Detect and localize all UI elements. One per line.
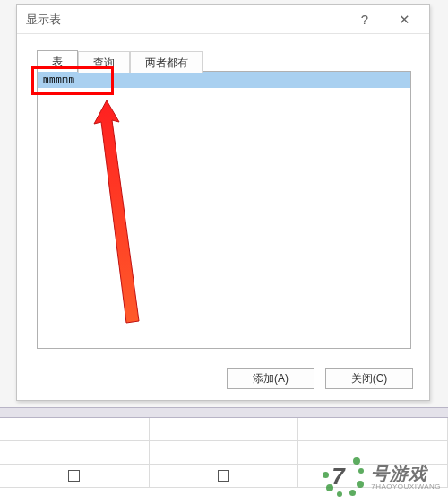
dialog-title: 显示表 xyxy=(26,12,345,28)
grid-area xyxy=(0,418,448,504)
grid-row xyxy=(0,441,448,465)
tab-both[interactable]: 两者都有 xyxy=(130,51,203,73)
grid-cell xyxy=(298,465,448,487)
show-table-dialog: 显示表 ? ✕ 表 查询 两者都有 mmmmm 添加(A) 关闭(C) xyxy=(16,4,430,401)
help-button[interactable]: ? xyxy=(345,6,384,33)
grid-row xyxy=(0,418,448,441)
add-button[interactable]: 添加(A) xyxy=(227,368,314,389)
titlebar: 显示表 ? ✕ xyxy=(17,5,429,34)
grid-cell xyxy=(0,418,150,440)
grid-cell xyxy=(0,465,150,487)
bg-strip xyxy=(0,407,448,418)
tab-tables[interactable]: 表 xyxy=(37,50,78,72)
tab-queries[interactable]: 查询 xyxy=(78,51,130,73)
grid-cell xyxy=(150,418,299,440)
close-x-button[interactable]: ✕ xyxy=(384,6,424,33)
grid-row xyxy=(0,465,448,488)
list-item[interactable]: mmmmm xyxy=(38,72,410,88)
grid-cell xyxy=(150,441,299,464)
grid-cell xyxy=(298,441,448,464)
checkbox[interactable] xyxy=(68,470,80,482)
checkbox[interactable] xyxy=(218,470,229,482)
close-button[interactable]: 关闭(C) xyxy=(325,368,413,389)
tab-row: 表 查询 两者都有 xyxy=(37,50,203,72)
table-list[interactable]: mmmmm xyxy=(37,71,411,349)
button-row: 添加(A) 关闭(C) xyxy=(227,368,413,389)
grid-cell xyxy=(0,441,150,464)
grid-cell xyxy=(298,418,448,440)
grid-cell xyxy=(150,465,299,487)
